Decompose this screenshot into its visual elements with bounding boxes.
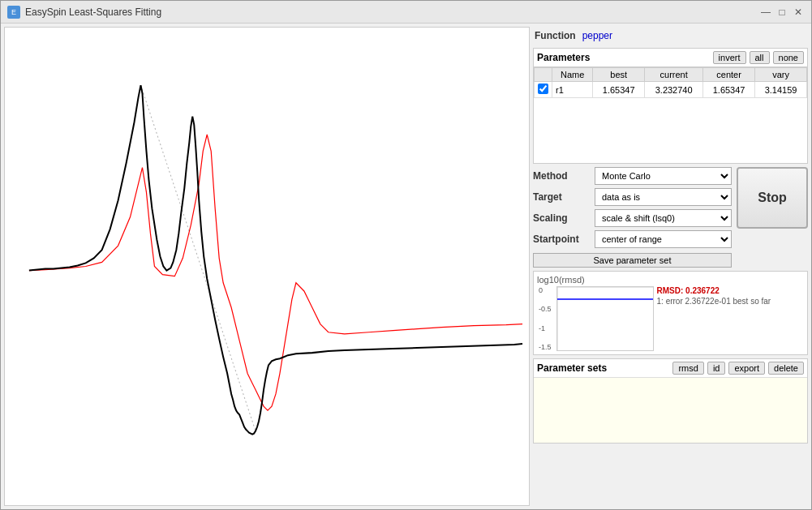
method-row: Method Monte Carlo Simplex Genetic [533, 167, 732, 185]
titlebar-left: E EasySpin Least-Squares Fitting [7, 6, 161, 19]
col-vary: vary [755, 68, 807, 82]
params-buttons: invert all none [713, 51, 804, 64]
rmsd-section: log10(rmsd) 0 -0.5 -1 -1.5 [533, 271, 808, 355]
content-area: Function pepper Parameters invert all no… [1, 24, 811, 509]
controls-stop-row: Method Monte Carlo Simplex Genetic Targe… [533, 167, 808, 268]
rmsd-chart [556, 286, 654, 351]
scaling-label: Scaling [533, 212, 588, 224]
rmsd-value: RMSD: 0.236722 [657, 286, 804, 295]
row-checkbox-cell[interactable] [535, 82, 552, 98]
y-label-15: -1.5 [539, 343, 552, 351]
param-center: 1.65347 [703, 82, 755, 98]
right-panel: Function pepper Parameters invert all no… [533, 24, 811, 509]
startpoint-label: Startpoint [533, 234, 588, 245]
window-controls: — □ ✕ [759, 6, 805, 19]
close-button[interactable]: ✕ [792, 6, 805, 19]
target-select[interactable]: data as is integral derivative [595, 188, 732, 206]
main-window: E EasySpin Least-Squares Fitting — □ ✕ [0, 0, 812, 510]
function-label: Function [535, 30, 576, 41]
col-name: Name [552, 68, 593, 82]
param-name: r1 [552, 82, 593, 98]
scaling-select[interactable]: scale & shift (lsq0) scale (lsq1) none [595, 209, 732, 227]
target-row: Target data as is integral derivative [533, 188, 732, 206]
param-sets-title: Parameter sets [537, 362, 607, 374]
startpoint-row: Startpoint center of range best random [533, 230, 732, 248]
param-vary: 3.14159 [755, 82, 807, 98]
row-checkbox[interactable] [538, 84, 548, 94]
params-table: Name best current center vary r1 [534, 67, 807, 98]
y-label-05: -0.5 [539, 305, 552, 313]
stop-button[interactable]: Stop [737, 167, 808, 229]
rmsd-svg [557, 287, 654, 351]
export-button[interactable]: export [728, 362, 765, 375]
save-parameter-set-button[interactable]: Save parameter set [533, 253, 732, 268]
y-label-1: -1 [539, 324, 552, 332]
startpoint-select[interactable]: center of range best random [595, 230, 732, 248]
id-button[interactable]: id [707, 362, 726, 375]
app-icon: E [7, 6, 20, 19]
scaling-row: Scaling scale & shift (lsq0) scale (lsq1… [533, 209, 732, 227]
param-sets-body [534, 378, 807, 443]
rmsd-chart-area: 0 -0.5 -1 -1.5 RMSD: 0.236722 [537, 286, 804, 351]
method-select[interactable]: Monte Carlo Simplex Genetic [595, 167, 732, 185]
function-value: pepper [582, 30, 612, 41]
none-button[interactable]: none [773, 51, 804, 64]
method-selects: Method Monte Carlo Simplex Genetic Targe… [533, 167, 732, 268]
plot-area [4, 27, 530, 506]
all-button[interactable]: all [750, 51, 770, 64]
method-label: Method [533, 170, 588, 182]
epr-plot [5, 28, 529, 505]
y-label-0: 0 [539, 286, 552, 294]
param-sets-section: Parameter sets rmsd id export delete [533, 358, 808, 444]
col-center: center [703, 68, 755, 82]
rmsd-info: RMSD: 0.236722 1: error 2.36722e-01 best… [657, 286, 804, 351]
function-row: Function pepper [533, 27, 808, 45]
rmsd-title: log10(rmsd) [537, 275, 804, 285]
target-label: Target [533, 191, 588, 203]
param-best: 1.65347 [593, 82, 645, 98]
window-title: EasySpin Least-Squares Fitting [25, 6, 161, 18]
col-checkbox [535, 68, 552, 82]
rmsd-detail: 1: error 2.36722e-01 best so far [657, 297, 804, 306]
minimize-button[interactable]: — [759, 6, 772, 19]
params-title: Parameters [537, 52, 590, 63]
invert-button[interactable]: invert [713, 51, 746, 64]
maximize-button[interactable]: □ [775, 6, 788, 19]
titlebar: E EasySpin Least-Squares Fitting — □ ✕ [1, 1, 811, 24]
table-row: r1 1.65347 3.232740 1.65347 3.14159 [535, 82, 807, 98]
delete-button[interactable]: delete [768, 362, 804, 375]
col-current: current [645, 68, 703, 82]
params-empty-space [534, 98, 807, 163]
params-header: Parameters invert all none [534, 49, 807, 67]
rmsd-y-axis: 0 -0.5 -1 -1.5 [537, 286, 553, 351]
param-current: 3.232740 [645, 82, 703, 98]
param-sets-buttons: rmsd id export delete [672, 362, 804, 375]
rmsd-button[interactable]: rmsd [672, 362, 703, 375]
parameters-section: Parameters invert all none Name best cur… [533, 48, 808, 164]
col-best: best [593, 68, 645, 82]
svg-rect-2 [557, 287, 654, 351]
param-sets-header: Parameter sets rmsd id export delete [534, 359, 807, 378]
